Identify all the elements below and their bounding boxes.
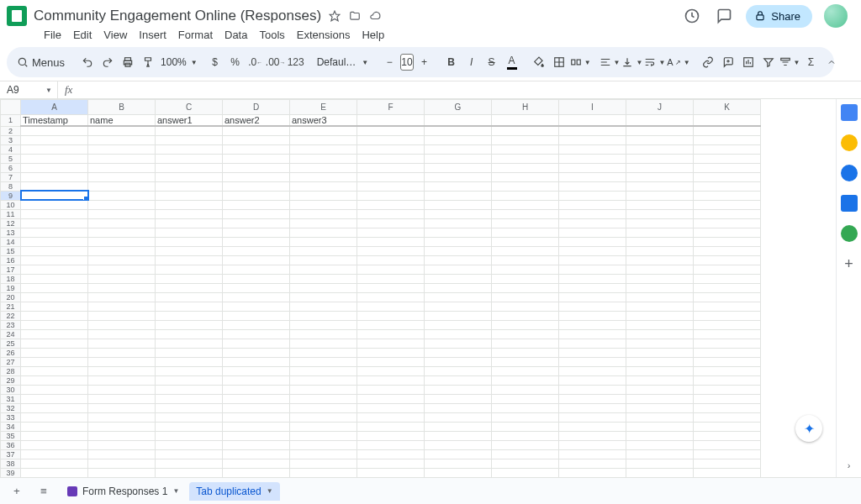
cell[interactable] bbox=[425, 191, 492, 200]
cell[interactable] bbox=[694, 154, 761, 163]
cell[interactable] bbox=[156, 302, 223, 311]
cell[interactable] bbox=[492, 191, 559, 200]
cell[interactable] bbox=[290, 366, 357, 375]
cell[interactable] bbox=[626, 154, 694, 163]
cell[interactable] bbox=[156, 228, 223, 237]
cell[interactable] bbox=[694, 115, 761, 127]
cell[interactable] bbox=[425, 375, 492, 385]
cell[interactable] bbox=[290, 449, 357, 459]
column-header[interactable]: B bbox=[88, 100, 156, 115]
cell[interactable] bbox=[694, 209, 761, 218]
cell[interactable] bbox=[559, 154, 626, 163]
cell[interactable] bbox=[357, 172, 425, 181]
cell[interactable] bbox=[290, 209, 357, 218]
redo-button[interactable] bbox=[98, 52, 117, 72]
cell[interactable] bbox=[357, 237, 425, 246]
row-header[interactable]: 37 bbox=[1, 449, 21, 459]
cell[interactable] bbox=[88, 126, 156, 135]
cell[interactable] bbox=[156, 311, 223, 320]
cell[interactable] bbox=[223, 292, 290, 302]
cell[interactable] bbox=[492, 172, 559, 181]
strikethrough-button[interactable]: S bbox=[483, 52, 501, 72]
cell[interactable] bbox=[290, 181, 357, 191]
cell[interactable] bbox=[559, 375, 626, 385]
cell[interactable] bbox=[492, 366, 559, 375]
cell[interactable] bbox=[88, 200, 156, 209]
cell[interactable] bbox=[694, 394, 761, 403]
cell[interactable] bbox=[88, 144, 156, 154]
cell[interactable] bbox=[156, 218, 223, 228]
cell[interactable] bbox=[223, 274, 290, 283]
cell[interactable] bbox=[694, 357, 761, 366]
cell[interactable] bbox=[88, 449, 156, 459]
row-header[interactable]: 4 bbox=[1, 144, 21, 154]
cell[interactable] bbox=[156, 209, 223, 218]
row-header[interactable]: 16 bbox=[1, 255, 21, 265]
font-family-select[interactable]: Defaul… ▼ bbox=[314, 56, 372, 68]
cell[interactable] bbox=[88, 394, 156, 403]
cell[interactable] bbox=[425, 200, 492, 209]
cell[interactable] bbox=[626, 412, 694, 422]
cell[interactable] bbox=[290, 440, 357, 449]
insert-link-button[interactable] bbox=[699, 52, 717, 72]
cell[interactable] bbox=[223, 357, 290, 366]
cell[interactable] bbox=[626, 329, 694, 339]
cell[interactable] bbox=[156, 440, 223, 449]
spreadsheet-grid[interactable]: ABCDEFGHIJK1Timestampnameanswer1answer2a… bbox=[0, 99, 836, 477]
cell[interactable] bbox=[626, 265, 694, 274]
cell[interactable] bbox=[694, 320, 761, 329]
cell[interactable] bbox=[425, 403, 492, 412]
cell[interactable] bbox=[626, 172, 694, 181]
cell[interactable] bbox=[694, 246, 761, 255]
cell[interactable] bbox=[223, 366, 290, 375]
cell[interactable] bbox=[223, 459, 290, 468]
cell[interactable] bbox=[223, 172, 290, 181]
cell[interactable] bbox=[357, 412, 425, 422]
menu-format[interactable]: Format bbox=[173, 27, 218, 43]
font-size-decrease-button[interactable]: − bbox=[380, 52, 399, 72]
cell[interactable] bbox=[21, 375, 88, 385]
contacts-addon-icon[interactable] bbox=[841, 195, 858, 212]
move-folder-icon[interactable] bbox=[348, 9, 362, 23]
cell[interactable] bbox=[223, 144, 290, 154]
cell[interactable] bbox=[88, 311, 156, 320]
increase-decimal-button[interactable]: .00→ bbox=[267, 52, 285, 72]
cell[interactable] bbox=[694, 274, 761, 283]
cell[interactable] bbox=[223, 449, 290, 459]
row-header[interactable]: 34 bbox=[1, 422, 21, 431]
cell[interactable] bbox=[492, 394, 559, 403]
cell[interactable] bbox=[694, 440, 761, 449]
cell[interactable] bbox=[88, 440, 156, 449]
cell[interactable] bbox=[88, 154, 156, 163]
cell[interactable] bbox=[290, 292, 357, 302]
cell[interactable] bbox=[626, 403, 694, 412]
keep-addon-icon[interactable] bbox=[841, 134, 858, 151]
cell[interactable] bbox=[626, 348, 694, 357]
cell[interactable] bbox=[357, 431, 425, 440]
cell[interactable] bbox=[21, 209, 88, 218]
cell[interactable] bbox=[357, 191, 425, 200]
decrease-decimal-button[interactable]: .0← bbox=[246, 52, 265, 72]
row-header[interactable]: 11 bbox=[1, 209, 21, 218]
cell[interactable] bbox=[156, 292, 223, 302]
cell[interactable] bbox=[290, 255, 357, 265]
hide-sidepanel-button[interactable]: › bbox=[848, 460, 851, 470]
cell[interactable] bbox=[425, 357, 492, 366]
cell[interactable] bbox=[88, 181, 156, 191]
cell[interactable] bbox=[559, 228, 626, 237]
cell[interactable] bbox=[88, 375, 156, 385]
cell[interactable] bbox=[694, 412, 761, 422]
cell[interactable] bbox=[21, 459, 88, 468]
cell[interactable] bbox=[88, 274, 156, 283]
row-header[interactable]: 22 bbox=[1, 311, 21, 320]
cell[interactable] bbox=[290, 144, 357, 154]
cell[interactable] bbox=[492, 115, 559, 127]
cell[interactable] bbox=[626, 255, 694, 265]
cell[interactable] bbox=[290, 348, 357, 357]
row-header[interactable]: 2 bbox=[1, 126, 21, 135]
cell[interactable] bbox=[492, 311, 559, 320]
cell[interactable] bbox=[223, 209, 290, 218]
tasks-addon-icon[interactable] bbox=[841, 165, 858, 181]
cell[interactable] bbox=[559, 237, 626, 246]
cell[interactable] bbox=[559, 412, 626, 422]
